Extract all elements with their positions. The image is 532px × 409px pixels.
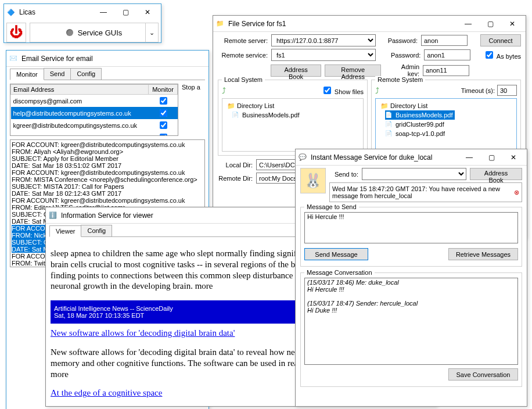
email-tabs: Monitor Send Config [10,68,205,80]
asbytes-checkbox[interactable] [486,51,493,59]
tree-file[interactable]: soap-tcp-v1.0.pdf [385,129,514,138]
conversation-log[interactable]: (15/03/17 18:46) Me: duke_local Hi Hercu… [304,278,518,365]
monitor-checkbox[interactable] [160,97,167,105]
tree-file[interactable]: BusinessModels.pdf [385,110,455,120]
message-textarea[interactable] [304,212,518,243]
password-input[interactable] [421,35,468,46]
password2-label: Password: [391,52,420,59]
up-folder-icon[interactable]: ⤴ [375,86,379,95]
up-folder-icon[interactable]: ⤴ [222,86,226,95]
save-conversation-button[interactable]: Save Conversation [448,368,518,381]
tab-config[interactable]: Config [70,68,102,80]
table-row[interactable]: kieran.greer@ntlworld.com [11,131,178,136]
table-row[interactable]: kgreer@distributedcomputingsystems.co.uk [11,119,178,131]
remote-service-label: Remote service: [218,52,268,59]
retrieve-messages-button[interactable]: Retrieve Messages [448,248,518,260]
email-address-table[interactable]: Email AddressMonitor discompsys@gmail.co… [10,84,178,136]
table-row[interactable]: help@distributedcomputingsystems.co.uk [11,107,178,119]
asbytes-checkbox-label[interactable]: As bytes [483,49,521,60]
mail-icon: ✉️ [9,54,18,63]
remote-system-legend: Remote System [375,76,425,83]
send-to-label: Send to: [329,171,358,178]
email-title: Email Service for email [21,55,206,63]
chevron-down-icon[interactable]: ⌄ [145,23,158,42]
tab-config[interactable]: Config [81,225,112,236]
app-icon: 🔷 [6,8,16,17]
stop-label: Stop a [182,84,200,91]
local-system-legend: Local System [222,76,265,83]
maximize-button[interactable]: ▢ [114,6,136,19]
monitor-checkbox[interactable] [160,134,167,136]
password-label: Password: [388,37,418,44]
avatar: 🐰 [300,168,326,193]
info-icon: ℹ️ [48,211,57,220]
tree-file[interactable]: BusinessModels.pdf [232,110,361,120]
address-book-button[interactable]: Address Book [470,168,522,180]
im-titlebar[interactable]: 💬 Instant Message Service for duke_local… [296,149,527,166]
remove-address-button[interactable]: Remove Address [325,64,381,77]
notification-bar: Wed Mar 15 18:47:20 GMT 2017: You have r… [329,182,522,202]
licas-titlebar[interactable]: 🔷 Licas — ▢ ✕ [4,4,161,20]
send-message-button[interactable]: Send Message [304,248,368,260]
licas-window: 🔷 Licas — ▢ ✕ ⏻ Service GUIs ⌄ [3,3,161,43]
col-monitor[interactable]: Monitor [149,85,178,95]
remote-service-select[interactable]: fs1 [271,49,376,61]
local-tree[interactable]: 📁 Directory List BusinessModels.pdf [222,98,364,152]
im-window: 💬 Instant Message Service for duke_local… [295,149,527,407]
fileservice-title: File Service for fs1 [228,20,457,28]
local-system-panel: Local System ⤴ Show files 📁 Directory Li… [218,80,368,156]
remote-tree[interactable]: 📁 Directory List BusinessModels.pdf grid… [375,98,517,152]
article-link[interactable]: New software allows for 'decoding digita… [51,328,235,338]
remote-system-panel: Remote System ⤴ Timeout (s): 📁 Directory… [371,80,521,156]
maximize-button[interactable]: ▢ [479,17,501,30]
tree-file[interactable]: gridCluster99.pdf [385,120,514,129]
chat-icon: 💬 [298,153,307,162]
timeout-input[interactable] [497,85,517,96]
power-button[interactable]: ⏻ [6,23,26,42]
remote-dir-label: Remote Dir: [218,175,253,182]
monitor-checkbox[interactable] [160,109,167,117]
file-icon: 📁 [215,19,225,28]
admin-key-input[interactable] [423,65,469,76]
licas-title: Licas [19,8,92,16]
service-guis-dropdown[interactable]: Service GUIs ⌄ [30,23,159,42]
tree-folder[interactable]: 📁 Directory List [378,101,514,110]
admin-key-label: Admin key: [388,63,419,77]
tab-monitor[interactable]: Monitor [10,69,44,80]
show-files-checkbox-label[interactable]: Show files [321,85,364,96]
show-files-checkbox[interactable] [323,87,331,94]
service-guis-label: Service GUIs [78,28,123,37]
close-button[interactable]: ✕ [136,6,159,19]
connect-button[interactable]: Connect [480,34,521,46]
power-icon: ⏻ [10,25,23,40]
minimize-button[interactable]: — [92,6,114,19]
monitor-checkbox[interactable] [160,121,167,129]
message-to-send-legend: Message to Send [304,203,359,210]
conversation-legend: Message Conversation [304,269,375,276]
remote-server-select[interactable]: https://127.0.0.1:8877 [271,34,376,46]
email-titlebar[interactable]: ✉️ Email Service for email [6,51,209,67]
remote-server-label: Remote server: [218,37,268,44]
send-to-select[interactable] [362,168,466,180]
fileservice-titlebar[interactable]: 📁 File Service for fs1 — ▢ ✕ [213,16,526,32]
address-book-button[interactable]: Address Book [271,64,321,77]
password2-input[interactable] [424,49,470,60]
close-button[interactable]: ✕ [501,17,523,30]
minimize-button[interactable]: — [457,17,479,30]
dismiss-icon[interactable]: ⊗ [514,189,519,196]
tab-viewer[interactable]: Viewer [49,225,81,237]
local-dir-label: Local Dir: [218,162,253,168]
timeout-label: Timeout (s): [461,87,495,94]
col-email-address[interactable]: Email Address [11,85,149,95]
maximize-button[interactable]: ▢ [480,151,502,164]
table-row[interactable]: discompsys@gmail.com [11,95,178,107]
status-dot-icon [66,29,73,36]
message-to-send-panel: Message to Send Send Message Retrieve Me… [300,207,522,267]
tree-folder[interactable]: 📁 Directory List [225,101,361,110]
im-title: Instant Message Service for duke_local [311,153,458,162]
close-button[interactable]: ✕ [502,151,524,164]
article-link[interactable]: At the edge of a cognitive space [51,388,162,397]
notification-text: Wed Mar 15 18:47:20 GMT 2017: You have r… [332,185,512,199]
tab-send[interactable]: Send [44,68,71,80]
minimize-button[interactable]: — [458,151,480,164]
